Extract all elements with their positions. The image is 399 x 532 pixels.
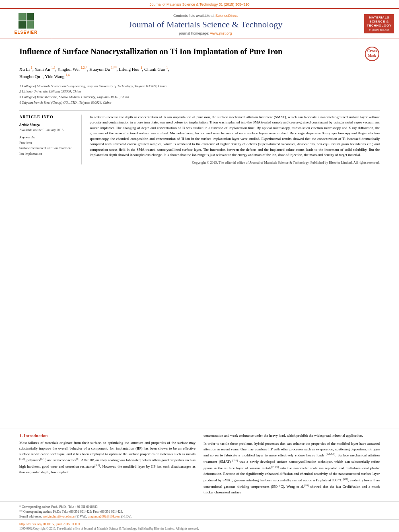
intro-para-1: Most failures of materials originate fro… <box>19 440 195 476</box>
doi-link[interactable]: http://dx.doi.org/10.1016/j.jmst.2015.01… <box>19 522 80 526</box>
abstract-col: In order to increase the depth or concen… <box>90 115 380 164</box>
mst-badge-section: MATERIALS SCIENCE & TECHNOLOGY 31 (2015)… <box>359 9 399 39</box>
article-history-label: Article history: <box>19 123 76 127</box>
homepage-label: journal homepage: <box>179 31 210 35</box>
sciencedirect-label: Contents lists available at <box>173 14 214 18</box>
bottom-bar: http://dx.doi.org/10.1016/j.jmst.2015.01… <box>0 519 399 532</box>
intro-para-3: In order to tackle these problems, hybri… <box>204 441 380 495</box>
intro-para-2: concentration and weak endurance under t… <box>204 433 380 439</box>
abstract-text: In order to increase the depth or concen… <box>90 115 380 158</box>
article-info-col: ARTICLE INFO Article history: Available … <box>19 115 82 164</box>
affiliations-block: 1 College of Materials Science and Engin… <box>19 84 380 105</box>
sciencedirect-link[interactable]: ScienceDirect <box>216 14 238 18</box>
footnote-3: E-mail addresses: weiyinghui@tyut.edu.cn… <box>19 514 380 519</box>
article-info-title: ARTICLE INFO <box>19 115 76 120</box>
journal-title-section: Contents lists available at ScienceDirec… <box>52 9 359 39</box>
section-divider <box>0 429 399 429</box>
email-2[interactable]: dragondu2002@163.com <box>88 515 120 518</box>
footer-copyright: 1005-0302/Copyright © 2015, The editoria… <box>19 527 380 530</box>
introduction-section: 1. Introduction Most failures of materia… <box>0 433 399 498</box>
affiliation-1: 1 College of Materials Science and Engin… <box>19 84 380 89</box>
journal-header: ELSEVIER Contents lists available at Sci… <box>0 8 399 39</box>
elsevier-squares <box>19 13 34 29</box>
footnotes-section: * Corresponding author. Prof., Ph.D.; Te… <box>0 501 399 519</box>
abstract-copyright: Copyright © 2015, The editorial office o… <box>90 160 380 164</box>
keyword-2: Surface mechanical attrition treatment <box>19 146 76 151</box>
affiliation-4: 4 Taiyuan Iron & Steel (Group) CO., LTD.… <box>19 100 380 105</box>
journal-main-title: Journal of Materials Science & Technolog… <box>129 19 282 30</box>
affiliation-2: 2 Lüliang University, Lüliang 033000, Ch… <box>19 89 380 94</box>
mst-badge: MATERIALS SCIENCE & TECHNOLOGY 31 (2015)… <box>364 14 394 34</box>
sq4 <box>27 21 34 29</box>
homepage-link[interactable]: www.jmst.org <box>210 31 232 35</box>
keywords-title: Key words: <box>19 135 76 139</box>
journal-reference: Journal of Materials Science & Technolog… <box>0 0 399 8</box>
journal-homepage-line: journal homepage: www.jmst.org <box>179 31 232 35</box>
keyword-3: Ion implantation <box>19 151 76 157</box>
crossmark-logo: Cross Mark <box>364 46 380 62</box>
sciencedirect-line: Contents lists available at ScienceDirec… <box>173 14 238 18</box>
authors-block: Xu Li 1, Yanli An 1,3, Yinghui Wei 1,2,*… <box>19 66 380 80</box>
elsevier-logo-section: ELSEVIER <box>0 9 52 39</box>
page: Journal of Materials Science & Technolog… <box>0 0 399 532</box>
intro-right: concentration and weak endurance under t… <box>204 433 380 498</box>
mst-line2: SCIENCE & <box>369 20 389 23</box>
sq2 <box>27 13 34 21</box>
footnote-1: * Corresponding author. Prof., Ph.D.; Te… <box>19 505 380 509</box>
svg-text:Mark: Mark <box>368 54 376 58</box>
mst-line1: MATERIALS <box>369 16 389 19</box>
article-title: Influence of Surface Nanocrystallization… <box>19 46 364 57</box>
article-title-block: Influence of Surface Nanocrystallization… <box>19 46 380 62</box>
footnote-2: ** Corresponding author. Ph.D.; Tel.: +8… <box>19 509 380 514</box>
mst-sub-info: 31 (2015) 305–310 <box>366 29 392 32</box>
svg-text:Cross: Cross <box>367 49 377 53</box>
sq1 <box>19 13 26 21</box>
keyword-1: Pure iron <box>19 140 76 146</box>
doi-line: http://dx.doi.org/10.1016/j.jmst.2015.01… <box>19 521 380 526</box>
mst-badge-title: MATERIALS SCIENCE & TECHNOLOGY <box>366 16 392 28</box>
affiliation-3: 3 College of Base Medicine, Shanxi Medic… <box>19 94 380 100</box>
article-info-abstract: ARTICLE INFO Article history: Available … <box>19 110 380 164</box>
mst-line3: TECHNOLOGY <box>367 24 391 27</box>
sq3 <box>19 21 26 29</box>
available-online-date: Available online 9 January 2015 <box>19 128 76 132</box>
journal-ref-text: Journal of Materials Science & Technolog… <box>150 2 249 6</box>
elsevier-logo: ELSEVIER <box>14 13 37 35</box>
article-content: Influence of Surface Nanocrystallization… <box>0 39 399 425</box>
elsevier-wordmark: ELSEVIER <box>14 30 37 35</box>
intro-left: 1. Introduction Most failures of materia… <box>19 433 195 498</box>
section-1-heading: 1. Introduction <box>19 433 195 438</box>
email-1[interactable]: weiyinghui@tyut.edu.cn <box>43 515 75 518</box>
